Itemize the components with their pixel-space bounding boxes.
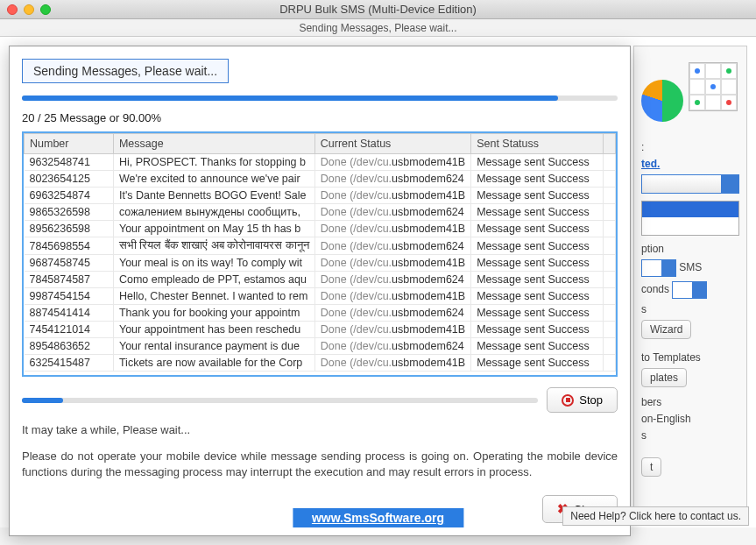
warning-text: Please do not operate your mobile device… [22,449,618,480]
titlebar: DRPU Bulk SMS (Multi-Device Edition) [0,0,756,19]
table-row[interactable]: 8023654125We're excited to announce we'v… [25,171,616,188]
cell-status: Done (/dev/cu.usbmodem41B [314,154,470,171]
cell-message: सभी रियल बैंक शाखाएं अब कोरोनावायरस कानू… [113,237,314,255]
sidebar-dropdown-1[interactable] [641,174,739,194]
footer-url[interactable]: www.SmsSoftware.org [293,508,463,527]
templates-button[interactable]: plates [641,368,687,387]
cell-sent: Message sent Success [471,255,604,272]
cell-message: We're excited to announce we've pair [113,171,314,188]
table-row[interactable]: 9632548741Hi, PROSPECT. Thanks for stopp… [25,154,616,171]
cell-status: Done (/dev/cu.usbmodem41B [314,322,470,338]
sidebar-link[interactable]: ted. [641,158,660,170]
status-message: Sending Messages, Please wait... [22,59,229,83]
column-status[interactable]: Current Status [314,134,470,154]
table-row[interactable]: 7454121014Your appointment has been resc… [25,322,616,338]
window-title: DRPU Bulk SMS (Multi-Device Edition) [0,3,756,16]
cell-status: Done (/dev/cu.usbmodem624 [314,204,470,221]
wizard-button[interactable]: Wizard [641,320,691,339]
minimize-window-icon[interactable] [24,4,34,15]
message-table[interactable]: Number Message Current Status Sent Statu… [22,131,618,377]
maximize-window-icon[interactable] [40,4,51,15]
cell-sent: Message sent Success [471,188,604,204]
cell-number: 7845698554 [25,237,114,255]
cell-number: 8954863652 [25,338,114,355]
cell-number: 7845874587 [25,272,114,288]
cell-number: 9632548741 [25,154,114,171]
table-row[interactable]: 9687458745Your meal is on its way! To co… [25,255,616,272]
cell-status: Done (/dev/cu.usbmodem624 [314,237,470,255]
cell-status: Done (/dev/cu.usbmodem624 [314,272,470,288]
cell-status: Done (/dev/cu.usbmodem41B [314,255,470,272]
table-row[interactable]: 9987454154Hello, Chester Bennet. I wante… [25,288,616,305]
cell-number: 9865326598 [25,204,114,221]
cell-number: 6963254874 [25,188,114,204]
cell-number: 8874541414 [25,305,114,322]
cell-sent: Message sent Success [471,322,604,338]
cell-sent: Message sent Success [471,237,604,255]
table-row[interactable]: 9865326598сожалением вынуждены сообщить,… [25,204,616,221]
progress-counter: 20 / 25 Message or 90.00% [22,111,618,124]
window-subtitle: Sending Messages, Please wait... [0,19,756,37]
progress-bar-bottom [22,398,538,403]
table-row[interactable]: 6963254874It's Dante Bennetts BOGO Event… [25,188,616,204]
cell-status: Done (/dev/cu.usbmodem41B [314,288,470,305]
cell-sent: Message sent Success [471,171,604,188]
cell-number: 7454121014 [25,322,114,338]
cell-sent: Message sent Success [471,272,604,288]
sidebar-mini-select-2[interactable] [672,281,707,299]
cell-message: Your meal is on its way! To comply wit [113,255,314,272]
column-number[interactable]: Number [25,134,114,154]
cell-sent: Message sent Success [471,355,604,372]
column-sent[interactable]: Sent Statuss [471,134,604,154]
cell-message: Your rental insurance payment is due [113,338,314,355]
background-sidebar: : ted. ption SMS conds s Wizard to Templ… [633,46,747,519]
sidebar-listbox[interactable] [641,201,739,236]
cell-message: Your appointment has been reschedu [113,322,314,338]
close-window-icon[interactable] [7,4,18,15]
table-header-row: Number Message Current Status Sent Statu… [25,134,616,154]
sidebar-mini-select-1[interactable] [641,259,676,277]
grid-icon [689,62,738,111]
cell-message: Your appointment on May 15 th has b [113,221,314,237]
help-link[interactable]: Need Help? Click here to contact us. [562,506,749,526]
cell-message: Hello, Chester Bennet. I wanted to rem [113,288,314,305]
table-row[interactable]: 8956236598Your appointment on May 15 th … [25,221,616,237]
cell-sent: Message sent Success [471,288,604,305]
wait-text: It may take a while, Please wait... [22,423,618,436]
sending-dialog: Sending Messages, Please wait... 20 / 25… [9,46,631,536]
traffic-lights [7,4,51,15]
table-row[interactable]: 8874541414Thank you for booking your app… [25,305,616,322]
cell-status: Done (/dev/cu.usbmodem41B [314,355,470,372]
cell-message: Tickets are now available for the Corp [113,355,314,372]
cell-sent: Message sent Success [471,305,604,322]
table-row[interactable]: 7845874587Como empleado de PPT, estamos … [25,272,616,288]
table-row[interactable]: 8954863652Your rental insurance payment … [25,338,616,355]
cell-number: 8956236598 [25,221,114,237]
table-row[interactable]: 7845698554सभी रियल बैंक शाखाएं अब कोरोना… [25,237,616,255]
sidebar-label-option: ption [641,243,739,255]
progress-bar-top [22,96,618,101]
column-message[interactable]: Message [113,134,314,154]
cell-status: Done (/dev/cu.usbmodem624 [314,305,470,322]
cell-message: It's Dante Bennetts BOGO Event! Sale [113,188,314,204]
cell-sent: Message sent Success [471,154,604,171]
cell-message: Como empleado de PPT, estamos aqu [113,272,314,288]
cell-message: Hi, PROSPECT. Thanks for stopping b [113,154,314,171]
cell-sent: Message sent Success [471,204,604,221]
cell-number: 9987454154 [25,288,114,305]
app-logo [641,53,738,132]
cell-message: Thank you for booking your appointm [113,305,314,322]
cell-status: Done (/dev/cu.usbmodem41B [314,221,470,237]
cell-sent: Message sent Success [471,338,604,355]
cell-status: Done (/dev/cu.usbmodem624 [314,171,470,188]
cell-number: 6325415487 [25,355,114,372]
cell-message: сожалением вынуждены сообщить, [113,204,314,221]
stop-icon [562,394,574,407]
cell-number: 9687458745 [25,255,114,272]
stop-button[interactable]: Stop [547,387,618,413]
main-area: : ted. ption SMS conds s Wizard to Templ… [0,37,756,527]
table-row[interactable]: 6325415487Tickets are now available for … [25,355,616,372]
cell-sent: Message sent Success [471,221,604,237]
cell-status: Done (/dev/cu.usbmodem624 [314,338,470,355]
sidebar-bottom-button[interactable]: t [641,457,661,477]
